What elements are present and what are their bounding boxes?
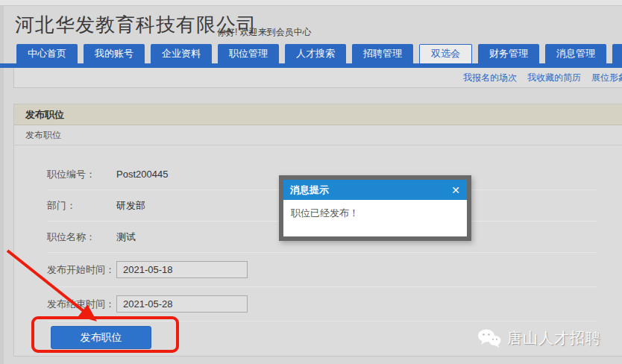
job-name-label: 职位名称： <box>47 230 116 244</box>
message-dialog-text: 职位已经发布！ <box>283 200 467 227</box>
subnav-link-saved-resumes[interactable]: 我收藏的简历 <box>527 72 581 84</box>
publish-job-button[interactable]: 发布职位 <box>51 326 151 349</box>
tab-finance-management[interactable]: 财务管理 <box>478 44 539 63</box>
window-left-edge <box>0 0 4 364</box>
panel-title: 发布职位 <box>14 104 622 125</box>
department-label: 部门： <box>47 199 116 213</box>
job-id-label: 职位编号： <box>47 168 116 181</box>
start-date-input[interactable] <box>116 261 248 278</box>
start-date-label: 发布开始时间： <box>47 263 116 277</box>
panel-breadcrumb: 发布职位 <box>14 125 622 145</box>
tab-my-account[interactable]: 我的账号 <box>84 44 145 63</box>
message-dialog-title: 消息提示 <box>290 183 329 197</box>
tab-job-fair[interactable]: 双选会 <box>419 44 472 63</box>
message-dialog-header: 消息提示 ✕ <box>283 180 467 200</box>
tab-recruit-management[interactable]: 招聘管理 <box>352 44 413 63</box>
watermark: 唐山人才招聘 <box>477 328 601 348</box>
subnav-link-booth-image[interactable]: 展位形象 <box>591 72 622 84</box>
end-date-label: 发布结束时间： <box>47 298 116 311</box>
welcome-text: 你好! 欢迎来到会员中心 <box>217 26 312 39</box>
tab-partial-clipped[interactable] <box>612 44 622 63</box>
job-name-value: 测试 <box>116 230 136 244</box>
tab-talent-search[interactable]: 人才搜索 <box>285 44 346 63</box>
watermark-text: 唐山人才招聘 <box>507 328 601 348</box>
tab-company-info[interactable]: 企业资料 <box>151 44 212 63</box>
tab-center-home[interactable]: 中心首页 <box>16 44 78 63</box>
form-row-start-date: 发布开始时间： <box>47 253 597 287</box>
department-value: 研发部 <box>116 199 145 213</box>
message-dialog: 消息提示 ✕ 职位已经发布！ <box>279 175 471 241</box>
job-id-value: Post200445 <box>116 169 168 180</box>
window-top-strip <box>0 0 622 6</box>
main-nav-tabs: 中心首页 我的账号 企业资料 职位管理 人才搜索 招聘管理 双选会 财务管理 消… <box>16 44 622 63</box>
end-date-input[interactable] <box>116 295 248 313</box>
tab-job-management[interactable]: 职位管理 <box>218 44 279 63</box>
close-icon[interactable]: ✕ <box>451 184 460 196</box>
subnav-link-my-sessions[interactable]: 我报名的场次 <box>463 72 517 84</box>
job-fair-subnav: 我报名的场次 我收藏的简历 展位形象 <box>13 68 622 88</box>
form-row-end-date: 发布结束时间： <box>47 287 597 321</box>
wechat-icon <box>477 328 501 348</box>
tab-message-management[interactable]: 消息管理 <box>545 44 606 63</box>
